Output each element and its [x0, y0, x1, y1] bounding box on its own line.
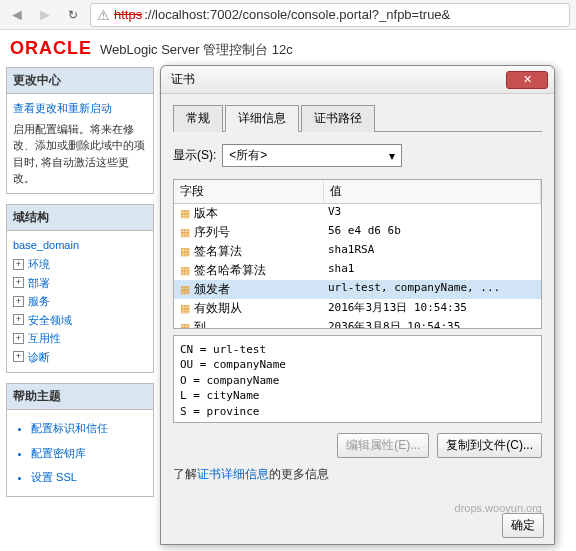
field-name: 颁发者 — [194, 281, 230, 298]
help-link[interactable]: 配置密钥库 — [31, 441, 147, 466]
tab-details[interactable]: 详细信息 — [225, 105, 299, 132]
tab-certpath[interactable]: 证书路径 — [301, 105, 375, 132]
view-changes-link[interactable]: 查看更改和重新启动 — [13, 100, 147, 117]
expand-icon[interactable]: + — [13, 277, 24, 288]
table-row[interactable]: ▦序列号56 e4 d6 6b — [174, 223, 541, 242]
tree-item[interactable]: +服务 — [13, 292, 147, 311]
help-panel: 帮助主题 配置标识和信任配置密钥库设置 SSL — [6, 383, 154, 497]
back-button[interactable]: ◄ — [6, 4, 28, 26]
change-center-panel: 更改中心 查看更改和重新启动 启用配置编辑。将来在修改、添加或删除此域中的项目时… — [6, 67, 154, 194]
change-center-text: 启用配置编辑。将来在修改、添加或删除此域中的项目时, 将自动激活这些更改。 — [13, 121, 147, 187]
fields-table: 字段 值 ▦版本V3▦序列号56 e4 d6 6b▦签名算法sha1RSA▦签名… — [173, 179, 542, 329]
col-field[interactable]: 字段 — [174, 180, 324, 203]
edit-properties-button: 编辑属性(E)... — [337, 433, 429, 458]
domain-structure-title: 域结构 — [7, 205, 153, 231]
help-link[interactable]: 设置 SSL — [31, 465, 147, 490]
table-row[interactable]: ▦签名哈希算法sha1 — [174, 261, 541, 280]
table-row[interactable]: ▦签名算法sha1RSA — [174, 242, 541, 261]
tree-label: 服务 — [28, 293, 50, 310]
dialog-title: 证书 — [171, 71, 506, 88]
tree-item[interactable]: +部署 — [13, 274, 147, 293]
field-icon: ▦ — [180, 245, 190, 258]
show-dropdown[interactable]: <所有> ▾ — [222, 144, 402, 167]
close-button[interactable]: ✕ — [506, 71, 548, 89]
domain-structure-panel: 域结构 base_domain +环境+部署+服务+安全领域+互用性+诊断 — [6, 204, 154, 374]
url-text: ://localhost:7002/console/console.portal… — [144, 7, 450, 22]
col-value[interactable]: 值 — [324, 180, 541, 203]
show-label: 显示(S): — [173, 147, 216, 164]
tree-item[interactable]: +互用性 — [13, 329, 147, 348]
table-row[interactable]: ▦颁发者url-test, companyName, ... — [174, 280, 541, 299]
certificate-dialog: 证书 ✕ 常规 详细信息 证书路径 显示(S): <所有> ▾ 字段 值 ▦版本… — [160, 65, 555, 545]
url-scheme: https — [114, 7, 142, 22]
tree-label: 安全领域 — [28, 312, 72, 329]
change-center-title: 更改中心 — [7, 68, 153, 94]
url-bar[interactable]: ⚠ https ://localhost:7002/console/consol… — [90, 3, 570, 27]
field-name: 到 — [194, 319, 206, 329]
domain-root[interactable]: base_domain — [13, 237, 147, 254]
field-value: 56 e4 d6 6b — [324, 224, 541, 241]
tree-item[interactable]: +诊断 — [13, 348, 147, 367]
reload-button[interactable]: ↻ — [62, 4, 84, 26]
browser-toolbar: ◄ ► ↻ ⚠ https ://localhost:7002/console/… — [0, 0, 576, 30]
field-name: 有效期从 — [194, 300, 242, 317]
warning-icon: ⚠ — [97, 7, 110, 23]
expand-icon[interactable]: + — [13, 314, 24, 325]
field-name: 序列号 — [194, 224, 230, 241]
detail-textbox[interactable]: CN = url-test OU = companyName O = compa… — [173, 335, 542, 423]
field-icon: ▦ — [180, 264, 190, 277]
tree-item[interactable]: +环境 — [13, 255, 147, 274]
field-icon: ▦ — [180, 321, 190, 329]
oracle-logo: ORACLE — [10, 38, 92, 59]
expand-icon[interactable]: + — [13, 259, 24, 270]
dialog-tabs: 常规 详细信息 证书路径 — [173, 104, 542, 132]
field-icon: ▦ — [180, 207, 190, 220]
field-name: 签名哈希算法 — [194, 262, 266, 279]
ok-button[interactable]: 确定 — [502, 513, 544, 538]
field-icon: ▦ — [180, 283, 190, 296]
expand-icon[interactable]: + — [13, 333, 24, 344]
field-icon: ▦ — [180, 302, 190, 315]
field-value: 2016年3月13日 10:54:35 — [324, 300, 541, 317]
tab-general[interactable]: 常规 — [173, 105, 223, 132]
product-title: WebLogic Server 管理控制台 12c — [100, 41, 293, 59]
copy-to-file-button[interactable]: 复制到文件(C)... — [437, 433, 542, 458]
field-value: url-test, companyName, ... — [324, 281, 541, 298]
field-value: V3 — [324, 205, 541, 222]
table-row[interactable]: ▦有效期从2016年3月13日 10:54:35 — [174, 299, 541, 318]
tree-item[interactable]: +安全领域 — [13, 311, 147, 330]
field-icon: ▦ — [180, 226, 190, 239]
field-name: 签名算法 — [194, 243, 242, 260]
more-info: 了解证书详细信息的更多信息 — [173, 466, 542, 483]
tree-label: 环境 — [28, 256, 50, 273]
field-name: 版本 — [194, 205, 218, 222]
more-info-link[interactable]: 证书详细信息 — [197, 467, 269, 481]
chevron-down-icon: ▾ — [389, 149, 395, 163]
forward-button[interactable]: ► — [34, 4, 56, 26]
help-link[interactable]: 配置标识和信任 — [31, 416, 147, 441]
show-value: <所有> — [229, 147, 267, 164]
help-title: 帮助主题 — [7, 384, 153, 410]
expand-icon[interactable]: + — [13, 351, 24, 362]
table-row[interactable]: ▦到2036年3月8日 10:54:35 — [174, 318, 541, 329]
field-value: sha1 — [324, 262, 541, 279]
tree-label: 诊断 — [28, 349, 50, 366]
expand-icon[interactable]: + — [13, 296, 24, 307]
field-value: sha1RSA — [324, 243, 541, 260]
page-header: ORACLE WebLogic Server 管理控制台 12c — [0, 30, 576, 67]
table-row[interactable]: ▦版本V3 — [174, 204, 541, 223]
tree-label: 互用性 — [28, 330, 61, 347]
dialog-titlebar[interactable]: 证书 ✕ — [161, 66, 554, 94]
tree-label: 部署 — [28, 275, 50, 292]
field-value: 2036年3月8日 10:54:35 — [324, 319, 541, 329]
